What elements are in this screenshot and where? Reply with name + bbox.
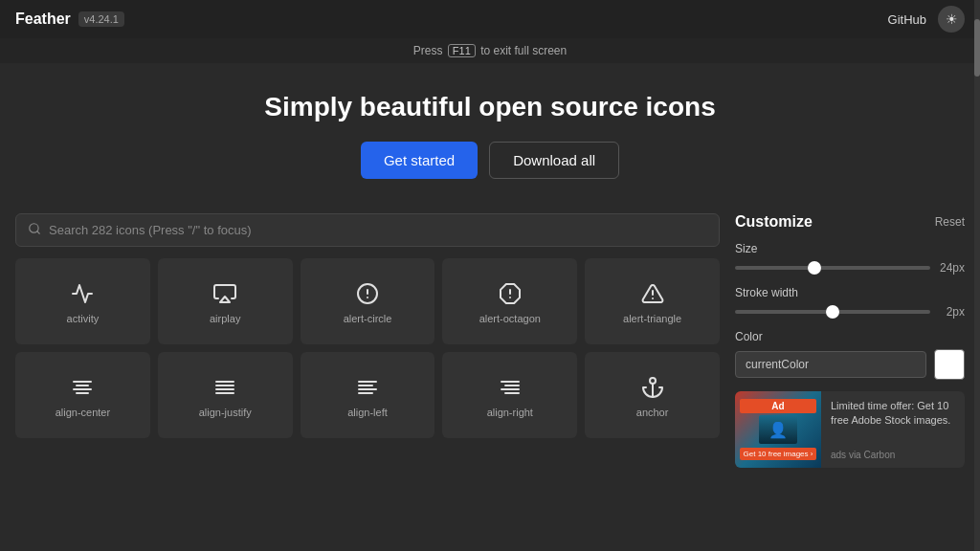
download-all-button[interactable]: Download all [489, 142, 619, 179]
topbar-right: GitHub ☀ [888, 6, 965, 33]
svg-line-1 [37, 231, 40, 234]
ad-image: Ad 👤 Get 10 free images › [735, 391, 821, 468]
hero-title: Simply beautiful open source icons [19, 92, 961, 122]
version-badge: v4.24.1 [78, 11, 124, 27]
icon-label-alert-triangle: alert-triangle [623, 313, 681, 324]
topbar: Feather v4.24.1 GitHub ☀ [0, 0, 980, 38]
adobe-badge: Ad [740, 399, 817, 413]
search-input[interactable] [49, 223, 707, 237]
color-label: Color [735, 330, 965, 343]
size-value: 24px [938, 261, 965, 275]
icon-label-align-right: align-right [487, 407, 533, 418]
svg-marker-2 [220, 297, 230, 302]
ad-description: Limited time offer: Get 10 free Adobe St… [831, 399, 955, 429]
hero-section: Simply beautiful open source icons Get s… [0, 63, 980, 198]
color-control: Color [735, 330, 965, 380]
size-label: Size [735, 242, 965, 255]
color-input[interactable] [735, 351, 926, 378]
search-bar [15, 213, 720, 247]
topbar-left: Feather v4.24.1 [15, 11, 124, 28]
stroke-slider[interactable] [735, 310, 930, 314]
icon-card-airplay[interactable]: airplay [158, 258, 293, 344]
stroke-slider-row: 2px [735, 305, 965, 319]
customize-header: Customize Reset [735, 213, 965, 231]
activity-icon [71, 282, 94, 305]
color-row [735, 349, 965, 380]
scrollbar[interactable] [974, 0, 980, 551]
hero-buttons: Get started Download all [19, 142, 961, 179]
icon-card-align-center[interactable]: align-center [15, 352, 150, 438]
icon-card-align-left[interactable]: align-left [301, 352, 435, 438]
ad-text: Limited time offer: Get 10 free Adobe St… [821, 391, 965, 468]
align-left-icon [356, 376, 379, 399]
icons-grid: activity airplay alert-circle [15, 258, 720, 438]
stroke-control: Stroke width 2px [735, 286, 965, 319]
stroke-label: Stroke width [735, 286, 965, 299]
align-center-icon [71, 376, 94, 399]
browser-notice: Press F11 to exit full screen [0, 38, 980, 63]
size-slider-row: 24px [735, 261, 965, 275]
size-slider[interactable] [735, 266, 930, 270]
ad-cta-label: Get 10 free images › [740, 448, 817, 460]
main-area: activity airplay alert-circle [0, 198, 980, 551]
alert-octagon-icon [499, 282, 522, 305]
customize-title: Customize [735, 213, 813, 231]
scrollbar-thumb[interactable] [974, 19, 980, 77]
icon-label-align-left: align-left [347, 407, 388, 418]
icons-panel: activity airplay alert-circle [15, 213, 720, 551]
icon-card-alert-octagon[interactable]: alert-octagon [442, 258, 577, 344]
icon-label-airplay: airplay [210, 313, 240, 324]
icon-label-alert-octagon: alert-octagon [479, 313, 541, 324]
icon-card-align-right[interactable]: align-right [442, 352, 577, 438]
color-swatch[interactable] [934, 349, 965, 380]
alert-triangle-icon [641, 282, 664, 305]
icon-label-anchor: anchor [636, 407, 669, 418]
ad-image-inner: Ad 👤 Get 10 free images › [740, 399, 817, 460]
notice-prefix: Press [413, 44, 443, 57]
airplay-icon [213, 282, 236, 305]
notice-suffix: to exit full screen [480, 44, 567, 57]
icon-card-activity[interactable]: activity [15, 258, 150, 344]
align-justify-icon [213, 376, 236, 399]
icon-label-alert-circle: alert-circle [344, 313, 392, 324]
icon-card-alert-circle[interactable]: alert-circle [301, 258, 435, 344]
icon-card-anchor[interactable]: anchor [585, 352, 720, 438]
anchor-icon [641, 376, 664, 399]
icon-label-align-justify: align-justify [199, 407, 252, 418]
icon-label-align-center: align-center [56, 407, 110, 418]
theme-toggle-button[interactable]: ☀ [938, 6, 965, 33]
alert-circle-icon [356, 282, 379, 305]
icon-card-alert-triangle[interactable]: alert-triangle [585, 258, 720, 344]
ad-banner[interactable]: Ad 👤 Get 10 free images › Limited time o… [735, 391, 965, 468]
align-right-icon [499, 376, 522, 399]
icon-card-align-justify[interactable]: align-justify [158, 352, 293, 438]
github-link[interactable]: GitHub [888, 12, 926, 27]
customize-panel: Customize Reset Size 24px Stroke width 2… [735, 213, 965, 551]
f11-badge: F11 [448, 44, 476, 57]
ad-via: ads via Carbon [831, 450, 955, 460]
stroke-value: 2px [938, 305, 965, 319]
app-name: Feather [15, 11, 71, 28]
size-control: Size 24px [735, 242, 965, 275]
icon-label-activity: activity [67, 313, 100, 324]
reset-button[interactable]: Reset [935, 215, 965, 229]
sun-icon: ☀ [946, 11, 958, 27]
get-started-button[interactable]: Get started [361, 142, 478, 179]
search-icon [28, 222, 41, 238]
